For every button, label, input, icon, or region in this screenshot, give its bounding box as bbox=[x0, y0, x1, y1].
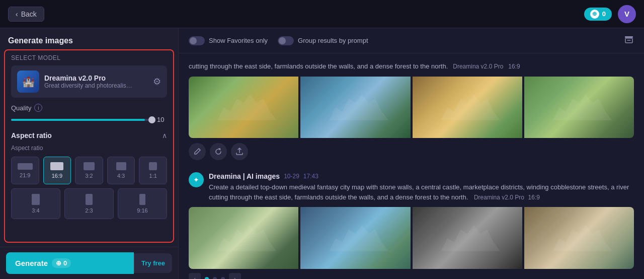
generate-credit-icon: ⊕ bbox=[56, 259, 61, 267]
aspect-label-2-3: 2:3 bbox=[85, 207, 93, 214]
section-2-prompt: Create a detailed top-down medieval fant… bbox=[209, 182, 634, 202]
aspect-label-4-3: 4:3 bbox=[117, 173, 125, 179]
credit-count: 0 bbox=[602, 10, 606, 18]
ratio-tag-1: 16:9 bbox=[508, 62, 520, 71]
generate-credit-badge: ⊕ 0 bbox=[52, 258, 71, 268]
aspect-shape-4-3 bbox=[116, 162, 126, 170]
main-layout: Generate images Select Model 🏰 Dreamina … bbox=[0, 28, 644, 279]
image-cell-1-3[interactable] bbox=[413, 77, 522, 138]
aspect-btn-3-4[interactable]: 3:4 bbox=[11, 188, 60, 219]
quality-value: 10 bbox=[157, 116, 167, 123]
page-dot-3[interactable] bbox=[221, 277, 225, 279]
model-desc: Great diversity and photorealism. Of... bbox=[44, 82, 135, 89]
upload-icon-btn[interactable] bbox=[231, 143, 248, 160]
generate-button[interactable]: Generate ⊕ 0 bbox=[6, 252, 134, 274]
image-grid-1 bbox=[189, 77, 634, 138]
aspect-label-16-9: 16:9 bbox=[52, 173, 62, 179]
aspect-label-9-16: 9:16 bbox=[137, 207, 147, 214]
page-next-arrow[interactable]: › bbox=[229, 273, 241, 279]
aspect-btn-21-9[interactable]: 21:9 bbox=[11, 157, 39, 184]
credit-icon: ⊕ bbox=[590, 10, 599, 19]
result-section-2: ✦ Dreamina | AI images 10-29 17:43 Creat… bbox=[189, 172, 634, 279]
section-2-header: ✦ Dreamina | AI images 10-29 17:43 Creat… bbox=[189, 172, 634, 202]
sidebar-title: Generate images bbox=[0, 28, 178, 49]
refresh-icon-btn[interactable] bbox=[210, 143, 227, 160]
image-cell-1-2[interactable] bbox=[300, 77, 410, 138]
model-name: Dreamina v2.0 Pro bbox=[44, 74, 148, 82]
show-favorites-toggle[interactable] bbox=[189, 36, 205, 45]
svg-rect-0 bbox=[625, 36, 633, 38]
slider-fill bbox=[11, 119, 145, 121]
aspect-ratio-title: Aspect ratio bbox=[11, 131, 52, 140]
generate-bar: Generate ⊕ 0 Try free bbox=[0, 247, 178, 279]
action-icons-1 bbox=[189, 143, 634, 160]
group-by-prompt-toggle-row: Group results by prompt bbox=[278, 36, 368, 45]
topbar: ‹ Back ⊕ 0 V bbox=[0, 0, 644, 28]
image-cell-1-4[interactable] bbox=[524, 77, 634, 138]
show-favorites-toggle-row: Show Favorites only bbox=[189, 36, 268, 45]
model-settings-icon[interactable]: ⚙ bbox=[153, 76, 161, 87]
image-cell-2-3[interactable] bbox=[413, 207, 522, 269]
aspect-shape-16-9 bbox=[50, 162, 63, 170]
section-2-title: Dreamina | AI images bbox=[209, 172, 280, 180]
aspect-ratio-chevron-icon[interactable]: ∧ bbox=[162, 131, 167, 140]
edit-icon-btn[interactable] bbox=[189, 143, 206, 160]
chevron-left-icon: ‹ bbox=[16, 10, 18, 18]
aspect-ratio-sublabel: Aspect ratio bbox=[11, 145, 167, 152]
image-cell-2-2[interactable] bbox=[300, 207, 410, 269]
section-2-ratio-tag: 16:9 bbox=[528, 194, 540, 201]
aspect-btn-2-3[interactable]: 2:3 bbox=[64, 188, 114, 219]
aspect-btn-4-3[interactable]: 4:3 bbox=[107, 157, 135, 184]
model-thumbnail: 🏰 bbox=[17, 71, 39, 93]
archive-icon[interactable] bbox=[624, 34, 634, 47]
try-free-button[interactable]: Try free bbox=[134, 253, 172, 273]
aspect-btn-16-9[interactable]: 16:9 bbox=[43, 157, 71, 184]
back-label: Back bbox=[21, 10, 37, 18]
image-cell-2-4[interactable] bbox=[524, 207, 634, 269]
generate-label: Generate bbox=[15, 259, 48, 267]
quality-slider[interactable] bbox=[11, 119, 152, 121]
toggle-knob bbox=[190, 37, 197, 44]
sidebar: Generate images Select Model 🏰 Dreamina … bbox=[0, 28, 179, 279]
quality-row: Quality i bbox=[11, 104, 167, 112]
aspect-shape-3-2 bbox=[84, 162, 95, 170]
section-2-time: 17:43 bbox=[303, 173, 318, 180]
aspect-btn-9-16[interactable]: 9:16 bbox=[118, 188, 167, 219]
page-dot-2[interactable] bbox=[213, 277, 217, 279]
section-2-title-row: Dreamina | AI images 10-29 17:43 bbox=[209, 172, 634, 180]
model-card[interactable]: 🏰 Dreamina v2.0 Pro Great diversity and … bbox=[11, 65, 167, 98]
group-by-prompt-toggle[interactable] bbox=[278, 36, 294, 45]
try-free-label: Try free bbox=[141, 259, 165, 267]
content-scroll[interactable]: cutting through the east side, farmlands… bbox=[179, 53, 644, 279]
aspect-shape-9-16 bbox=[139, 194, 145, 205]
aspect-shape-21-9 bbox=[18, 163, 33, 170]
aspect-grid-row1: 21:9 16:9 3:2 4:3 1:1 bbox=[11, 157, 167, 184]
aspect-btn-1-1[interactable]: 1:1 bbox=[139, 157, 167, 184]
section-2-meta: Dreamina | AI images 10-29 17:43 Create … bbox=[209, 172, 634, 202]
model-tag-1: Dreamina v2.0 Pro bbox=[453, 62, 503, 71]
result-prompt-1: cutting through the east side, farmlands… bbox=[189, 61, 634, 72]
section-2-model-tag: Dreamina v2.0 Pro bbox=[474, 194, 524, 201]
toolbar-left: Show Favorites only Group results by pro… bbox=[189, 36, 368, 45]
image-grid-2 bbox=[189, 207, 634, 269]
avatar[interactable]: V bbox=[618, 5, 636, 23]
generate-credit-count: 0 bbox=[63, 259, 67, 267]
section-2-date: 10-29 bbox=[284, 173, 299, 180]
quality-label: Quality bbox=[11, 104, 31, 112]
image-cell-1-1[interactable] bbox=[189, 77, 298, 138]
page-prev-arrow[interactable]: ‹ bbox=[189, 273, 201, 279]
result-section-1: cutting through the east side, farmlands… bbox=[189, 61, 634, 160]
topbar-right: ⊕ 0 V bbox=[584, 5, 636, 23]
aspect-grid-row2-container: 3:4 2:3 9:16 bbox=[11, 188, 167, 219]
aspect-grid-row2: 3:4 2:3 9:16 bbox=[11, 188, 167, 219]
image-cell-2-1[interactable] bbox=[189, 207, 298, 269]
group-by-prompt-label: Group results by prompt bbox=[298, 37, 368, 44]
page-dot-1[interactable] bbox=[205, 277, 209, 279]
aspect-shape-1-1 bbox=[149, 162, 157, 170]
avatar-letter: V bbox=[624, 10, 629, 18]
quality-info-icon[interactable]: i bbox=[34, 104, 42, 112]
aspect-btn-3-2[interactable]: 3:2 bbox=[75, 157, 103, 184]
pagination: ‹ › bbox=[189, 269, 634, 279]
back-button[interactable]: ‹ Back bbox=[8, 7, 44, 22]
credit-badge[interactable]: ⊕ 0 bbox=[584, 8, 612, 21]
